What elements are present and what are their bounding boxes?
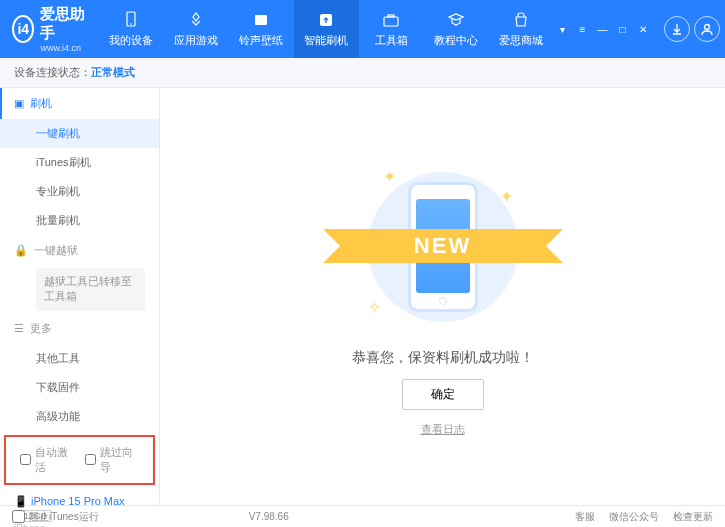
minimize-icon[interactable]: — [594,22,612,36]
nav-tutorials[interactable]: 教程中心 [424,0,489,58]
menu-icon[interactable]: ▾ [554,22,572,36]
status-bar: 设备连接状态： 正常模式 [0,58,725,88]
checkbox-skip-guide[interactable]: 跳过向导 [85,445,140,475]
jailbreak-note: 越狱工具已转移至工具箱 [36,268,145,311]
close-icon[interactable]: ✕ [634,22,652,36]
settings-icon[interactable]: ≡ [574,22,592,36]
device-icon [121,10,141,30]
sidebar-item-firmware[interactable]: 下载固件 [0,373,159,402]
sidebar: ▣ 刷机 一键刷机 iTunes刷机 专业刷机 批量刷机 🔒 一键越狱 越狱工具… [0,88,160,505]
more-icon: ☰ [14,322,24,335]
svg-point-1 [130,23,132,25]
flash-section-icon: ▣ [14,97,24,110]
success-message: 恭喜您，保资料刷机成功啦！ [352,349,534,367]
nav-store[interactable]: 爱思商城 [489,0,554,58]
app-url: www.i4.cn [40,43,86,53]
footer-link-wechat[interactable]: 微信公众号 [609,510,659,524]
phone-icon: 📱 [14,495,28,507]
checkbox-auto-activate[interactable]: 自动激活 [20,445,75,475]
nav-my-device[interactable]: 我的设备 [99,0,164,58]
download-button[interactable] [664,16,690,42]
header-controls: ▾ ≡ — □ ✕ [554,16,725,42]
sidebar-item-advanced[interactable]: 高级功能 [0,402,159,431]
status-value: 正常模式 [91,65,135,80]
view-log-link[interactable]: 查看日志 [421,422,465,437]
sidebar-item-itunes[interactable]: iTunes刷机 [0,148,159,177]
footer-link-support[interactable]: 客服 [575,510,595,524]
options-highlighted: 自动激活 跳过向导 [4,435,155,485]
logo-icon: i4 [12,15,34,43]
app-header: i4 爱思助手 www.i4.cn 我的设备 应用游戏 铃声壁纸 智能刷机 工具… [0,0,725,58]
main-content: ✦ ✦ ✧ NEW 恭喜您，保资料刷机成功啦！ 确定 查看日志 [160,88,725,505]
logo: i4 爱思助手 www.i4.cn [0,5,99,53]
sidebar-item-batch[interactable]: 批量刷机 [0,206,159,235]
svg-rect-2 [255,15,267,25]
nav-toolbox[interactable]: 工具箱 [359,0,424,58]
ok-button[interactable]: 确定 [402,379,484,410]
apps-icon [186,10,206,30]
new-ribbon: NEW [343,229,543,263]
nav-ringtones[interactable]: 铃声壁纸 [229,0,294,58]
sidebar-section-more[interactable]: ☰ 更多 [0,313,159,344]
device-name: iPhone 15 Pro Max [31,495,125,507]
block-itunes-checkbox[interactable]: 阻止iTunes运行 [12,510,99,524]
toolbox-icon [381,10,401,30]
sidebar-item-other[interactable]: 其他工具 [0,344,159,373]
main-nav: 我的设备 应用游戏 铃声壁纸 智能刷机 工具箱 教程中心 爱思商城 [99,0,554,58]
version-label: V7.98.66 [249,511,289,522]
app-title: 爱思助手 [40,5,86,43]
nav-apps[interactable]: 应用游戏 [164,0,229,58]
user-button[interactable] [694,16,720,42]
sidebar-section-flash[interactable]: ▣ 刷机 [0,88,159,119]
svg-rect-4 [384,17,398,26]
svg-rect-5 [388,15,394,17]
store-icon [511,10,531,30]
svg-point-6 [704,25,709,30]
maximize-icon[interactable]: □ [614,22,632,36]
sidebar-item-pro[interactable]: 专业刷机 [0,177,159,206]
sidebar-section-jailbreak[interactable]: 🔒 一键越狱 [0,235,159,266]
sidebar-item-oneclick[interactable]: 一键刷机 [0,119,159,148]
tutorial-icon [446,10,466,30]
footer-link-update[interactable]: 检查更新 [673,510,713,524]
lock-icon: 🔒 [14,244,28,257]
nav-flash[interactable]: 智能刷机 [294,0,359,58]
status-label: 设备连接状态： [14,65,91,80]
flash-icon [316,10,336,30]
success-illustration: ✦ ✦ ✧ NEW [353,157,533,337]
ringtone-icon [251,10,271,30]
